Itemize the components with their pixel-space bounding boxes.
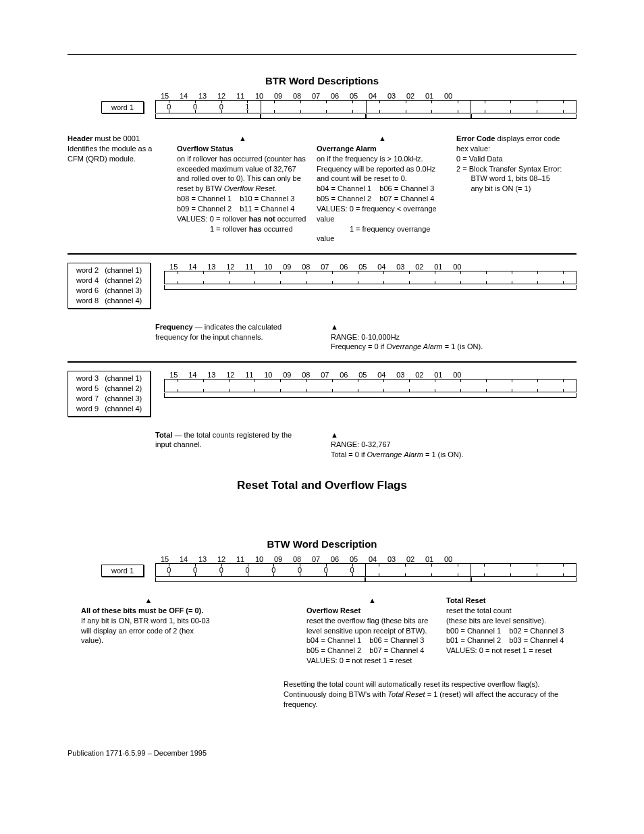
bit-label: 03 xyxy=(391,263,410,271)
bit-label: 04 xyxy=(372,371,391,379)
bit-cell xyxy=(366,564,392,576)
overflow-v0: VALUES: 0 = rollover xyxy=(177,215,248,223)
bit-cell xyxy=(524,101,550,113)
overflow-v1c: occurred xyxy=(262,225,293,233)
bit-cell xyxy=(287,101,313,113)
bit-label: 05 xyxy=(353,371,372,379)
bit-cell xyxy=(267,380,293,392)
bit-label: 12 xyxy=(221,263,240,271)
bit-cell xyxy=(242,271,267,284)
bit-label: 02 xyxy=(401,555,420,563)
bit-label: 06 xyxy=(325,555,344,563)
bit-cell xyxy=(396,271,422,284)
bit-label: 01 xyxy=(420,555,439,563)
bit-cell xyxy=(396,380,422,392)
even-words-labels: word 2 (channel 1) word 4 (channel 2) wo… xyxy=(68,263,151,308)
bit-label: 00 xyxy=(439,555,458,563)
bit-cell xyxy=(549,564,576,576)
bit-cell xyxy=(313,101,340,113)
divider xyxy=(68,253,576,255)
overflow-ch1: b08 = Channel 1 xyxy=(177,194,232,203)
btr-word1-strip: 0001 xyxy=(155,100,576,113)
overrange-v1: 1 = frequency overrange value xyxy=(317,225,430,243)
bit-label: 00 xyxy=(439,92,458,100)
bit-cell xyxy=(498,564,524,576)
total-description: Total — the total counts registered by t… xyxy=(155,430,576,461)
btr-word1-descriptions: Header must be 0001 Identifies the modul… xyxy=(68,134,576,244)
oreset-ch3: b06 = Channel 3 xyxy=(369,636,424,644)
treset-h: Total Reset xyxy=(446,596,485,604)
bit-label: 08 xyxy=(288,92,306,100)
bit-cell xyxy=(448,380,473,392)
treset-ch3: b02 = Channel 3 xyxy=(509,627,564,635)
bit-label: 09 xyxy=(269,555,288,563)
bit-cell xyxy=(165,380,190,392)
bit-label: 05 xyxy=(344,555,363,563)
overflow-v0b: has not xyxy=(248,215,275,223)
freq-r2a: Frequency = 0 if xyxy=(331,342,386,350)
bit-cell xyxy=(345,380,371,392)
bit-label: 01 xyxy=(429,371,448,379)
bit-label: 02 xyxy=(410,371,429,379)
bit-cell xyxy=(190,380,216,392)
bit-cell xyxy=(499,380,525,392)
note1: Resetting the total count will automatic… xyxy=(284,680,540,688)
bit-label: 10 xyxy=(259,263,277,271)
bit-cell xyxy=(319,271,345,284)
bit-label: 06 xyxy=(325,92,344,100)
error-v0: 0 = Valid Data xyxy=(456,155,503,163)
error-v2b: BTW word 1, bits 08–15 xyxy=(471,174,549,182)
bit-cell xyxy=(293,380,319,392)
overflow-v0c: occurred xyxy=(275,215,306,223)
oreset-h: Overflow Reset xyxy=(306,606,360,615)
total-t: — the total counts registered by the inp… xyxy=(155,431,292,449)
bit-cell xyxy=(445,101,472,113)
bit-cell: 0 xyxy=(182,564,209,576)
bit-label: 13 xyxy=(202,371,221,379)
bit-cell xyxy=(340,101,367,113)
error-v2a: 2 = Block Transfer Syntax Error: xyxy=(456,165,562,173)
bit-label: 08 xyxy=(288,555,306,563)
bit-cell: 0 xyxy=(209,564,235,576)
bit-cell xyxy=(419,101,445,113)
reset-title: Reset Total and Overflow Flags xyxy=(68,479,576,492)
bit-cell: 0 xyxy=(313,564,340,576)
bit-label: 14 xyxy=(174,92,193,100)
bit-cell xyxy=(471,564,498,576)
bit-cell xyxy=(525,380,550,392)
bit-label: 08 xyxy=(296,263,315,271)
top-rule xyxy=(68,54,576,55)
treset-ch1: b00 = Channel 1 xyxy=(446,627,501,635)
bit-label: 09 xyxy=(277,263,296,271)
bit-cell: 0 xyxy=(156,101,182,113)
bit-label: 12 xyxy=(221,371,240,379)
bit-cell xyxy=(190,271,216,284)
bit-label: 13 xyxy=(193,555,212,563)
bit-label: 13 xyxy=(202,263,221,271)
total-r1: RANGE: 0-32,767 xyxy=(331,440,391,448)
off-h: All of these bits must be OFF (= 0). xyxy=(81,606,203,615)
bit-label: 04 xyxy=(372,263,391,271)
overflow-ch4: b11 = Channel 4 xyxy=(240,205,294,213)
overrange-l1: on if the frequency is > 10.0kHz. Freque… xyxy=(317,155,435,183)
bit-label: 09 xyxy=(277,371,296,379)
bit-cell xyxy=(392,101,419,113)
bit-cell: 0 xyxy=(339,564,366,576)
bit-label: 15 xyxy=(164,371,183,379)
bit-cell: 0 xyxy=(261,564,287,576)
btw-word1-strip: 00000000 xyxy=(155,563,576,577)
bit-cell xyxy=(524,564,550,576)
bit-cell: 0 xyxy=(156,564,182,576)
overflow-ch3: b10 = Channel 3 xyxy=(240,194,294,203)
divider xyxy=(68,361,576,363)
bit-label: 04 xyxy=(363,92,382,100)
bit-label: 03 xyxy=(382,92,401,100)
freq-h: Frequency xyxy=(155,323,193,331)
treset-l2: (these bits are level sensitive). xyxy=(446,617,546,625)
overflow-l1b: Overflow Reset. xyxy=(224,184,277,192)
bit-cell xyxy=(550,271,576,284)
btw-notes: Resetting the total count will automatic… xyxy=(284,679,576,710)
bit-cell xyxy=(422,271,448,284)
bit-cell: 0 xyxy=(287,564,313,576)
bit-label: 11 xyxy=(240,263,259,271)
